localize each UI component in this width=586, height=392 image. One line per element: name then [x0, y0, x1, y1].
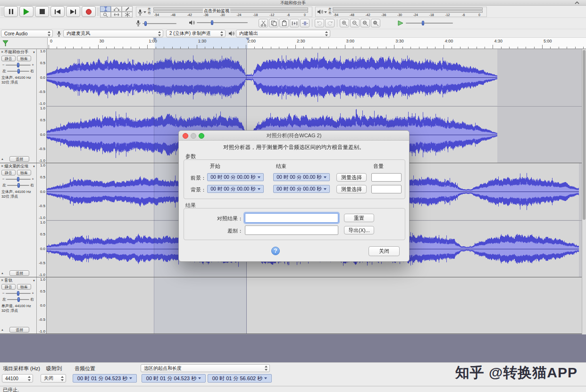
- slider-thumb[interactable]: [17, 183, 20, 188]
- zoom-tool-button[interactable]: [100, 12, 111, 17]
- slider-thumb[interactable]: [144, 21, 147, 26]
- background-end-field[interactable]: 00 时 00 分 00.00 秒: [273, 185, 330, 193]
- track-close-button[interactable]: ×: [1, 50, 3, 54]
- track-title[interactable]: 音轨: [4, 278, 32, 284]
- track-menu-arrow[interactable]: ▼: [33, 51, 35, 54]
- close-button[interactable]: 关闭: [368, 246, 400, 256]
- gain-slider[interactable]: − +: [0, 290, 36, 296]
- measure-background-button[interactable]: 测量选择: [336, 185, 367, 193]
- slider-track[interactable]: [6, 65, 31, 66]
- slider-thumb[interactable]: [17, 291, 19, 296]
- pan-slider[interactable]: 左 右: [0, 296, 36, 302]
- fit-project-button[interactable]: [371, 19, 380, 27]
- toolbar-grip[interactable]: [97, 8, 99, 16]
- track-collapse-button[interactable]: ▲: [1, 328, 4, 331]
- dialog-titlebar[interactable]: 对照分析(符合WCAG 2): [179, 131, 409, 141]
- skip-to-start-button[interactable]: [50, 6, 65, 17]
- slider-thumb[interactable]: [422, 21, 424, 25]
- background-start-field[interactable]: 00 时 00 分 00.00 秒: [207, 185, 264, 193]
- skip-to-end-button[interactable]: [66, 6, 80, 17]
- timeshift-tool-button[interactable]: [111, 12, 122, 17]
- playback-volume-slider[interactable]: [189, 20, 248, 25]
- play-button[interactable]: [19, 6, 33, 17]
- gain-slider[interactable]: − +: [0, 176, 36, 182]
- track-collapse-button[interactable]: ▲: [1, 158, 4, 160]
- selection-length-field[interactable]: 00 时 01 分 56.602 秒: [208, 374, 272, 383]
- paste-button[interactable]: [279, 19, 289, 27]
- project-rate-select[interactable]: 44100: [2, 374, 33, 383]
- measure-foreground-button[interactable]: 测量选择: [336, 173, 367, 182]
- vertical-ruler[interactable]: 1.00.50.0-0.5-1.0 1.00.50.0-0.5-1.0: [37, 49, 47, 163]
- envelope-tool-button[interactable]: [111, 6, 122, 12]
- selection-tool-button[interactable]: [100, 6, 111, 12]
- reset-button[interactable]: 重置: [344, 214, 374, 222]
- slider-track[interactable]: [7, 299, 29, 300]
- waveform-area[interactable]: [47, 277, 586, 334]
- scrollbar-thumb[interactable]: [583, 50, 586, 220]
- playback-meter[interactable]: 左右 -54-48-42-36-30-24-18-12-60: [315, 7, 487, 17]
- draw-tool-button[interactable]: [122, 6, 133, 12]
- slider-thumb[interactable]: [17, 69, 20, 74]
- track-select-button[interactable]: 选择: [9, 270, 29, 276]
- timeline-ruler[interactable]: 0301:001:302:002:303:003:304:004:305:00: [47, 38, 586, 49]
- contrast-result-input[interactable]: [245, 213, 338, 223]
- recording-volume-slider[interactable]: [136, 20, 176, 27]
- mute-button[interactable]: 静音: [1, 284, 16, 290]
- slider-track[interactable]: [6, 179, 31, 180]
- redo-button[interactable]: [325, 19, 335, 27]
- slider-track[interactable]: [406, 23, 453, 24]
- audio-host-select[interactable]: Core Audio: [1, 30, 53, 37]
- record-button[interactable]: [82, 6, 96, 17]
- difference-input[interactable]: [245, 225, 338, 235]
- quick-play-pin-icon[interactable]: [2, 40, 9, 47]
- playback-device-select[interactable]: 内建输出: [236, 30, 330, 37]
- stop-button[interactable]: [35, 6, 49, 17]
- track-control-panel[interactable]: × 不能和你分手 ▼ 静音 独奏 − + 左 右: [0, 49, 37, 163]
- slider-track[interactable]: [6, 293, 31, 294]
- dialog-minimize-button[interactable]: [191, 133, 196, 139]
- pan-slider[interactable]: 左 右: [0, 182, 36, 188]
- foreground-volume-input[interactable]: [371, 173, 402, 182]
- track-select-button[interactable]: 选择: [9, 156, 29, 162]
- slider-thumb[interactable]: [211, 20, 213, 25]
- background-volume-input[interactable]: [371, 185, 402, 193]
- slider-track[interactable]: [7, 185, 29, 186]
- gain-slider[interactable]: − +: [0, 62, 36, 68]
- mute-button[interactable]: 静音: [1, 170, 16, 175]
- recording-meter[interactable]: 左右 点击开始监视 -54-48-42-36-30-24-18-12-60: [136, 7, 312, 17]
- cut-button[interactable]: [259, 19, 268, 27]
- selection-start-field[interactable]: 00 时 01 分 04.523 秒: [142, 374, 206, 383]
- silence-selection-button[interactable]: [300, 19, 310, 27]
- vertical-ruler[interactable]: 1.00.50.0-0.5-1.0 1.00.50.0-0.5-1.0: [37, 163, 47, 277]
- track-title[interactable]: 烟火里的尘埃: [4, 164, 32, 169]
- vertical-ruler[interactable]: 1.00.50.0-0.5-1.0: [37, 277, 47, 334]
- track-collapse-button[interactable]: ▲: [1, 272, 4, 275]
- meter-menu-arrow[interactable]: [143, 11, 146, 13]
- copy-button[interactable]: [269, 19, 278, 27]
- slider-thumb[interactable]: [17, 63, 19, 67]
- undo-button[interactable]: [315, 19, 324, 27]
- solo-button[interactable]: 独奏: [17, 284, 31, 290]
- waveform-canvas[interactable]: [47, 49, 586, 106]
- foreground-start-field[interactable]: 00 时 00 分 00.00 秒: [207, 173, 264, 181]
- play-at-speed-toolbar[interactable]: [397, 20, 453, 26]
- recording-device-select[interactable]: 内建麦克风: [63, 30, 163, 37]
- chevron-up-icon[interactable]: [575, 1, 579, 5]
- track-close-button[interactable]: ×: [1, 278, 3, 283]
- audio-position-field[interactable]: 00 时 01 分 04.523 秒: [73, 374, 137, 383]
- recording-channels-select[interactable]: 2 (立体声) 录制声道: [166, 30, 226, 37]
- slider-track[interactable]: [197, 22, 248, 23]
- track-control-panel[interactable]: × 音轨 ▼ 静音 独奏 − + 左 右: [0, 277, 37, 334]
- pause-button[interactable]: [4, 6, 18, 17]
- window-titlebar[interactable]: 不能和你分手: [0, 0, 586, 6]
- slider-thumb[interactable]: [17, 177, 19, 182]
- meter-menu-arrow[interactable]: [324, 11, 327, 13]
- trim-outside-selection-button[interactable]: [290, 19, 299, 27]
- track-title[interactable]: 不能和你分手: [4, 50, 32, 55]
- snap-to-select[interactable]: 关闭: [41, 374, 66, 383]
- toolbar-grip[interactable]: [1, 8, 3, 16]
- zoom-out-button[interactable]: [350, 19, 360, 27]
- track-menu-arrow[interactable]: ▼: [33, 279, 35, 282]
- slider-track[interactable]: [7, 71, 29, 72]
- export-button[interactable]: 导出(X)...: [344, 226, 374, 234]
